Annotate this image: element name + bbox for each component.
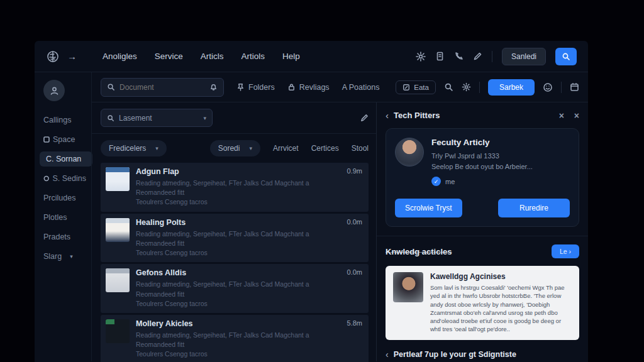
- desc-line2: Teoulrers Csengg tacros: [136, 249, 208, 256]
- nav-link-3[interactable]: Artiols: [242, 52, 265, 61]
- article-row-1[interactable]: Healing Polts Reading atmeding, Sergeihe…: [101, 214, 369, 263]
- tab-label: Folders: [248, 83, 275, 92]
- settings-icon[interactable]: [416, 52, 426, 62]
- sidebar-item-pradets[interactable]: Pradets: [43, 229, 91, 244]
- filter-link-arrvicet[interactable]: Arrvicet: [273, 144, 299, 153]
- article-row-2[interactable]: Gefons Alldis Reading atmeding, Sergeihe…: [101, 264, 369, 313]
- calendar-icon[interactable]: [570, 82, 579, 92]
- sidebar-item-plotles[interactable]: Plotles: [43, 210, 91, 225]
- document-search-input[interactable]: [119, 83, 205, 92]
- collapse-arrow-icon[interactable]: →: [67, 51, 77, 62]
- chevron-down-icon: ▾: [70, 253, 73, 260]
- nav-link-0[interactable]: Anoligles: [103, 52, 137, 61]
- sarbek-search-button[interactable]: Sarbek: [488, 79, 535, 96]
- verified-badge-icon: ✓: [431, 177, 441, 186]
- filter-row: Fredicelers ▾ Soredi ▾ Arrvicet Certices…: [101, 140, 369, 156]
- faculty-article-card: Feculty Articly Trly Pwl Jsprd al 1333 S…: [386, 128, 579, 227]
- card-title: Feculty Articly: [431, 138, 533, 147]
- sidebar-item-label: Callings: [43, 116, 71, 124]
- lock-icon: [287, 83, 296, 91]
- edit-square-icon: [402, 84, 410, 91]
- desc-line1: Reading atmeding, Sergeiheat, FTer Jalks…: [136, 280, 309, 297]
- tab-revliags[interactable]: Revliags: [287, 83, 330, 92]
- gear-icon[interactable]: [462, 82, 471, 92]
- sidebar-item-callings[interactable]: Callings: [43, 112, 91, 128]
- user-avatar[interactable]: [43, 80, 65, 101]
- nav-link-2[interactable]: Articls: [201, 52, 224, 61]
- filter-link-certices[interactable]: Certices: [311, 144, 339, 153]
- sidebar-item-slarg[interactable]: Slarg ▾: [43, 249, 91, 264]
- pin-icon: [236, 83, 245, 91]
- desc-line2: Teoulrers Csengg tacros: [136, 300, 208, 307]
- lasement-select[interactable]: Lasement ▾: [101, 109, 213, 127]
- section2-header: ‹ Pertleaf 7up le your gt Sdigntiste: [386, 349, 579, 359]
- desc-line1: Reading atmeding, Sergeiheat, FTer Jalks…: [136, 331, 309, 348]
- knowledge-card[interactable]: Kawelldgg Agcinises Som lavl is hrstrgu …: [386, 266, 579, 340]
- phone-icon[interactable]: [454, 52, 464, 61]
- sidebar-item-label: Space: [53, 135, 75, 144]
- ruredire-button[interactable]: Ruredire: [498, 199, 570, 217]
- article-description: Reading atmeding, Sergeiheat, FTer Jalks…: [136, 331, 336, 359]
- sidebar-item-sedins[interactable]: S. Sedins: [43, 171, 91, 186]
- nav-link-1[interactable]: Service: [155, 52, 183, 61]
- article-row-3[interactable]: Mollery Akicles Reading atmeding, Sergei…: [101, 315, 369, 362]
- sidebar-item-space[interactable]: Space: [43, 132, 91, 147]
- tab-poations[interactable]: A Poations: [342, 83, 380, 92]
- nav-links: Anoligles Service Articls Artiols Help: [103, 52, 300, 61]
- article-thumbnail: [106, 319, 130, 343]
- card-meta-line1: Trly Pwl Jsprd al 1333: [431, 152, 499, 160]
- document-search-box[interactable]: [101, 78, 224, 97]
- detail-panel: ‹ Tech Pitters × × Feculty Articly: [377, 102, 588, 361]
- brain-logo-icon[interactable]: [46, 50, 60, 63]
- desc-line1: Reading atmeding, Sergeiheat, FTer Jalks…: [136, 230, 309, 247]
- back-chevron-icon[interactable]: ‹: [386, 110, 389, 121]
- divider: [479, 82, 480, 93]
- article-title: Mollery Akicles: [136, 319, 336, 328]
- sidebar-item-label: Prciludes: [43, 194, 75, 202]
- sidebar-item-label: Pradets: [43, 233, 70, 241]
- edit-chip-button[interactable]: Eata: [396, 80, 436, 94]
- sort-dropdown[interactable]: Soredi ▾: [210, 140, 260, 156]
- divider: [92, 133, 376, 134]
- pen-icon[interactable]: [473, 52, 482, 61]
- back-chevron-icon[interactable]: ‹: [386, 349, 389, 359]
- search-submit-button[interactable]: [555, 48, 577, 65]
- schedule-button[interactable]: Scrolwie Tryst: [395, 199, 462, 217]
- filter-link-stool[interactable]: Stool: [352, 144, 369, 153]
- divider: [561, 82, 562, 93]
- sidebar-item-sornan-active[interactable]: C. Sornan: [40, 151, 92, 167]
- divider: [377, 236, 588, 236]
- help-smiley-icon[interactable]: [543, 82, 553, 92]
- close-icon[interactable]: ×: [559, 111, 564, 121]
- article-time: 0.9m: [347, 167, 362, 207]
- article-thumbnail: [106, 268, 130, 292]
- pencil-icon[interactable]: [360, 114, 369, 123]
- document-icon[interactable]: [435, 52, 445, 61]
- divider: [492, 51, 492, 62]
- knowledge-more-button[interactable]: Le ›: [552, 244, 579, 258]
- sort-label: Soredi: [218, 144, 240, 153]
- select-value: Lasement: [119, 114, 152, 123]
- person-icon: [50, 86, 59, 96]
- search-text-button[interactable]: Sanledi: [502, 48, 546, 65]
- tab-label: A Poations: [342, 83, 380, 92]
- bell-icon[interactable]: [209, 83, 218, 91]
- nav-link-4[interactable]: Help: [282, 52, 300, 61]
- grid-icon: [43, 136, 50, 143]
- desc-line2: Teoulrers Csengg tacros: [136, 350, 208, 358]
- edit-chip-label: Eata: [414, 84, 429, 91]
- panel-header: ‹ Tech Pitters × ×: [386, 110, 579, 121]
- card-meta-line2: Seelop Be dout oyut bo Arbeier...: [431, 163, 533, 170]
- search-icon[interactable]: [444, 82, 453, 92]
- knowledge-card-title: Kawelldgg Agcinises: [430, 272, 572, 281]
- badge-label: me: [445, 178, 455, 185]
- predictors-dropdown[interactable]: Fredicelers ▾: [101, 140, 167, 156]
- close-icon[interactable]: ×: [574, 111, 579, 121]
- knowledge-author-avatar: [393, 272, 423, 302]
- search-icon: [107, 114, 114, 122]
- tab-folders[interactable]: Folders: [236, 83, 275, 92]
- sidebar-item-label: Plotles: [43, 213, 67, 222]
- sidebar-item-prciludes[interactable]: Prciludes: [43, 190, 91, 206]
- article-row-0[interactable]: Adgun Flap Reading atmeding, Sergeiheat,…: [101, 163, 369, 212]
- tab-label: Revliags: [299, 83, 330, 92]
